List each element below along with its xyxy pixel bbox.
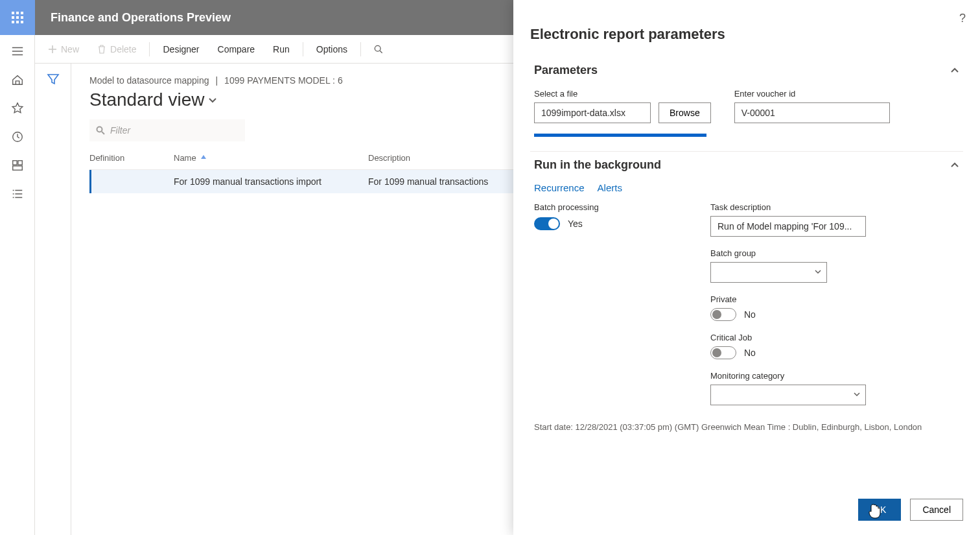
trash-icon — [97, 45, 106, 54]
svg-point-13 — [375, 45, 380, 51]
monitoring-category-label: Monitoring category — [710, 371, 959, 381]
cancel-button[interactable]: Cancel — [910, 499, 963, 521]
start-date-text: Start date: 12/28/2021 (03:37:05 pm) (GM… — [530, 414, 963, 440]
browse-button[interactable]: Browse — [659, 102, 711, 123]
nav-hamburger-button[interactable] — [10, 44, 25, 58]
task-description-input[interactable] — [710, 216, 866, 237]
hamburger-icon — [11, 45, 24, 58]
col-definition-header[interactable]: Definition — [89, 153, 174, 163]
list-icon — [11, 187, 24, 200]
search-icon — [374, 45, 383, 54]
select-file-input[interactable] — [534, 102, 651, 123]
delete-button[interactable]: Delete — [91, 40, 143, 58]
funnel-icon — [47, 73, 60, 86]
svg-rect-4 — [16, 16, 19, 19]
svg-rect-11 — [18, 161, 21, 165]
critical-job-toggle[interactable] — [710, 346, 736, 359]
nav-workspaces-button[interactable] — [10, 158, 25, 172]
background-links: Recurrence Alerts — [530, 178, 963, 202]
compare-button[interactable]: Compare — [211, 40, 262, 58]
home-icon — [11, 73, 24, 86]
batch-group-label: Batch group — [710, 248, 959, 258]
voucher-id-label: Enter voucher id — [734, 89, 890, 99]
svg-rect-3 — [12, 16, 14, 19]
view-title: Standard view — [89, 89, 204, 110]
svg-point-14 — [97, 127, 102, 132]
search-button[interactable] — [368, 41, 390, 58]
search-icon — [96, 126, 105, 135]
separator — [149, 42, 150, 56]
delete-label: Delete — [110, 44, 136, 54]
critical-job-value: No — [744, 348, 756, 358]
app-launcher-button[interactable] — [0, 0, 35, 35]
left-nav-rail — [0, 35, 35, 535]
chevron-down-icon — [208, 95, 217, 104]
svg-rect-8 — [21, 21, 23, 23]
batch-processing-label: Batch processing — [534, 202, 687, 212]
voucher-id-input[interactable] — [734, 102, 890, 123]
monitoring-category-select[interactable] — [710, 385, 866, 405]
separator — [303, 42, 303, 56]
app-title: Finance and Operations Preview — [35, 11, 231, 25]
star-icon — [11, 102, 24, 115]
nav-favorites-button[interactable] — [10, 101, 25, 115]
voucher-id-field: Enter voucher id — [734, 89, 890, 137]
recurrence-link[interactable]: Recurrence — [534, 182, 585, 193]
dialog-title: Electronic report parameters — [513, 0, 980, 57]
ok-button[interactable]: OK — [858, 499, 901, 521]
separator — [360, 42, 361, 56]
nav-recent-button[interactable] — [10, 130, 25, 144]
options-button[interactable]: Options — [310, 40, 354, 58]
svg-rect-5 — [21, 16, 23, 19]
section-background-toggle[interactable]: Run in the background — [530, 151, 963, 178]
clock-icon — [11, 130, 24, 143]
dialog-body: Parameters Select a file Browse Enter vo… — [513, 57, 980, 484]
section-parameters-label: Parameters — [534, 64, 598, 77]
chevron-up-icon — [950, 161, 959, 170]
filter-placeholder: Filter — [110, 125, 130, 136]
select-file-label: Select a file — [534, 89, 711, 99]
designer-button[interactable]: Designer — [156, 40, 205, 58]
grid-icon — [11, 159, 24, 172]
help-button[interactable]: ? — [959, 12, 966, 25]
new-label: New — [61, 44, 79, 54]
background-fields: Batch processing Yes Task description Ba… — [530, 202, 963, 414]
svg-rect-0 — [12, 12, 14, 14]
private-label: Private — [710, 294, 959, 304]
sort-asc-icon — [200, 153, 207, 163]
breadcrumb-right: 1099 PAYMENTS MODEL : 6 — [224, 75, 343, 86]
filter-pane-toggle[interactable] — [35, 64, 71, 535]
alerts-link[interactable]: Alerts — [598, 182, 622, 193]
run-button[interactable]: Run — [266, 40, 296, 58]
svg-rect-12 — [12, 166, 22, 170]
critical-job-label: Critical Job — [710, 333, 959, 342]
select-file-field: Select a file Browse — [534, 89, 711, 137]
dialog-panel: ? Electronic report parameters Parameter… — [513, 0, 980, 535]
svg-rect-2 — [21, 12, 23, 14]
breadcrumb-sep: | — [215, 75, 218, 86]
dialog-footer: OK Cancel — [513, 484, 980, 535]
svg-rect-1 — [16, 12, 19, 14]
breadcrumb-left: Model to datasource mapping — [89, 75, 209, 86]
task-description-label: Task description — [710, 202, 959, 212]
batch-processing-toggle[interactable] — [534, 217, 560, 230]
cell-name: For 1099 manual transactions import — [174, 176, 368, 187]
section-background-label: Run in the background — [534, 158, 661, 172]
upload-progress — [534, 134, 706, 137]
svg-rect-10 — [12, 161, 16, 165]
grid-filter-input[interactable]: Filter — [89, 119, 245, 141]
batch-group-select[interactable] — [710, 262, 827, 283]
batch-processing-value: Yes — [568, 219, 583, 229]
private-toggle[interactable] — [710, 308, 736, 321]
nav-home-button[interactable] — [10, 73, 25, 87]
svg-rect-6 — [12, 21, 14, 23]
col-name-header[interactable]: Name — [174, 153, 368, 163]
new-button[interactable]: New — [41, 40, 86, 58]
chevron-up-icon — [950, 66, 959, 75]
nav-modules-button[interactable] — [10, 187, 25, 201]
private-value: No — [744, 309, 756, 320]
section-parameters-toggle[interactable]: Parameters — [530, 57, 963, 84]
waffle-icon — [12, 12, 23, 23]
plus-icon — [48, 45, 57, 54]
parameters-fields: Select a file Browse Enter voucher id — [530, 84, 963, 151]
